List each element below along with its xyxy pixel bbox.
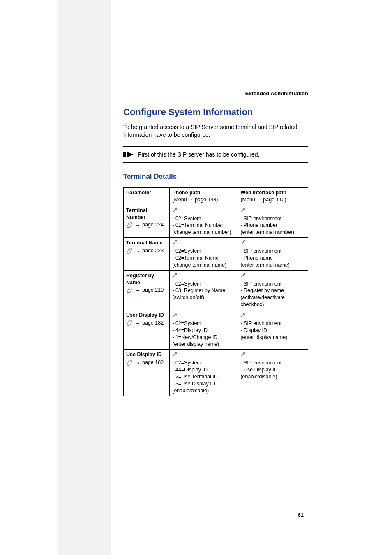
- tool-icon: [172, 207, 179, 213]
- col-parameter: Parameter: [124, 187, 170, 205]
- tool-icon: [172, 312, 179, 318]
- col-phone-label: Phone path: [172, 190, 200, 196]
- cell-phone-path: - 02=System - 03=Register by Name (switc…: [170, 270, 238, 310]
- tool-icon: [172, 272, 179, 278]
- svg-text:?: ?: [128, 321, 130, 324]
- page-reference[interactable]: ?→page 210: [126, 287, 167, 294]
- tool-icon: [240, 240, 247, 245]
- note-text: First of this the SIP server has to be c…: [138, 151, 259, 158]
- web-path-text: - SIP environment - Use Display ID (enab…: [240, 359, 305, 380]
- col-phone-sublabel: (Menu → page 148): [172, 197, 218, 203]
- cell-parameter: Terminal Number?→page 224: [124, 205, 170, 238]
- svg-rect-1: [125, 152, 126, 157]
- tool-icon: [240, 312, 247, 318]
- cell-web-path: - SIP environment - Phone number (enter …: [238, 205, 308, 238]
- svg-text:?: ?: [128, 249, 130, 252]
- page-ref-text: page 223: [142, 247, 164, 254]
- parameter-name: Terminal Name: [126, 240, 163, 246]
- web-path-text: - SIP environment - Phone name (enter te…: [240, 248, 305, 269]
- cell-web-path: - SIP environment - Register by name (ac…: [238, 270, 308, 310]
- info-icon: ?: [126, 360, 133, 366]
- cell-web-path: - SIP environment - Display ID (enter di…: [238, 310, 308, 350]
- svg-rect-12: [127, 365, 129, 366]
- tool-icon: [172, 351, 179, 357]
- page-heading: Configure System Information: [123, 107, 308, 117]
- col-web-sublabel: (Menu → page 110): [240, 197, 286, 203]
- parameter-name: Register by Name: [126, 273, 154, 286]
- table-row: Terminal Name?→page 223- 02=System - 02=…: [124, 238, 308, 271]
- col-parameter-label: Parameter: [126, 190, 151, 196]
- info-icon: ?: [126, 320, 133, 326]
- cell-phone-path: - 02=System - 02=Terminal Name (change t…: [170, 238, 238, 271]
- page-ref-text: page 182: [142, 359, 164, 366]
- info-icon: ?: [126, 222, 133, 228]
- svg-text:?: ?: [128, 223, 130, 226]
- svg-marker-2: [127, 152, 134, 157]
- page-ref-text: page 210: [142, 287, 164, 294]
- cell-parameter: User Display ID?→page 182: [124, 310, 170, 350]
- web-path-text: - SIP environment - Register by name (ac…: [240, 281, 305, 309]
- col-web-path: Web Interface path (Menu → page 110): [238, 187, 308, 205]
- arrow-icon: →: [134, 359, 141, 366]
- col-web-label: Web Interface path: [240, 190, 286, 196]
- arrow-icon: →: [134, 320, 141, 326]
- intro-paragraph: To be granted access to a SIP Server som…: [123, 123, 308, 139]
- parameter-name: Use Display ID: [126, 352, 162, 357]
- cell-parameter: Terminal Name?→page 223: [124, 238, 170, 271]
- tool-icon: [240, 272, 247, 278]
- info-icon: ?: [126, 248, 133, 254]
- table-row: User Display ID?→page 182- 02=System - 4…: [124, 310, 308, 350]
- col-phone-path: Phone path (Menu → page 148): [170, 187, 238, 205]
- phone-path-text: - 02=System - 02=Terminal Name (change t…: [172, 248, 235, 269]
- svg-text:?: ?: [128, 361, 130, 364]
- page-reference[interactable]: ?→page 223: [126, 247, 167, 254]
- cell-phone-path: - 02=System - 44=Display ID - 2=Use Term…: [170, 350, 238, 396]
- note-block: First of this the SIP server has to be c…: [123, 146, 308, 163]
- page-ref-text: page 224: [142, 221, 164, 228]
- subsection-heading: Terminal Details: [123, 173, 308, 181]
- section-header-label: Extended Administration: [123, 90, 308, 97]
- cell-web-path: - SIP environment - Use Display ID (enab…: [238, 350, 308, 396]
- svg-rect-6: [127, 253, 129, 254]
- table-row: Use Display ID?→page 182- 02=System - 44…: [124, 350, 308, 396]
- phone-path-text: - 02=System - 01=Terminal Number (change…: [172, 215, 235, 236]
- tool-icon: [172, 240, 179, 245]
- page-number: 61: [298, 512, 304, 518]
- cell-parameter: Register by Name?→page 210: [124, 270, 170, 310]
- sidebar-column: [58, 0, 111, 555]
- arrow-icon: →: [134, 222, 141, 228]
- svg-rect-0: [123, 152, 125, 157]
- cell-parameter: Use Display ID?→page 182: [124, 350, 170, 396]
- table-row: Register by Name?→page 210- 02=System - …: [124, 270, 308, 310]
- cell-phone-path: - 02=System - 44=Display ID - 1=New/Chan…: [170, 310, 238, 350]
- note-arrow-icon: [123, 151, 134, 158]
- parameter-table: Parameter Phone path (Menu → page 148) W…: [123, 187, 308, 396]
- phone-path-text: - 02=System - 44=Display ID - 1=New/Chan…: [172, 320, 235, 348]
- parameter-name: Terminal Number: [126, 207, 147, 220]
- svg-rect-8: [127, 292, 129, 293]
- web-path-text: - SIP environment - Display ID (enter di…: [240, 320, 305, 341]
- parameter-name: User Display ID: [126, 312, 164, 318]
- tool-icon: [240, 351, 247, 357]
- page-reference[interactable]: ?→page 224: [126, 221, 167, 228]
- tool-icon: [240, 207, 247, 213]
- page-ref-text: page 182: [142, 320, 164, 327]
- arrow-icon: →: [134, 248, 141, 254]
- svg-text:?: ?: [128, 289, 130, 291]
- phone-path-text: - 02=System - 44=Display ID - 2=Use Term…: [172, 359, 235, 394]
- content-area: Extended Administration Configure System…: [123, 90, 308, 396]
- info-icon: ?: [126, 288, 133, 293]
- web-path-text: - SIP environment - Phone number (enter …: [240, 215, 305, 236]
- page-reference[interactable]: ?→page 182: [126, 320, 167, 327]
- svg-rect-10: [127, 325, 129, 326]
- phone-path-text: - 02=System - 03=Register by Name (switc…: [172, 281, 235, 302]
- page-reference[interactable]: ?→page 182: [126, 359, 167, 366]
- table-header-row: Parameter Phone path (Menu → page 148) W…: [124, 187, 308, 205]
- table-row: Terminal Number?→page 224- 02=System - 0…: [124, 205, 308, 238]
- cell-web-path: - SIP environment - Phone name (enter te…: [238, 238, 308, 271]
- svg-rect-4: [127, 227, 129, 228]
- header-rule: [123, 99, 308, 99]
- cell-phone-path: - 02=System - 01=Terminal Number (change…: [170, 205, 238, 238]
- arrow-icon: →: [134, 287, 141, 293]
